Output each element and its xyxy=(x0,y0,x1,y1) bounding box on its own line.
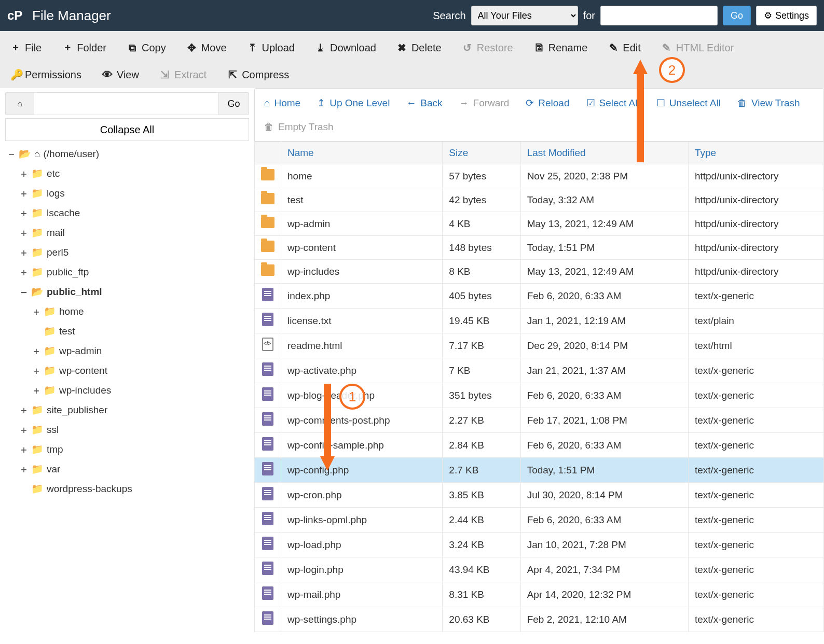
expander-icon[interactable]: + xyxy=(20,164,28,184)
file-row[interactable]: wp-links-opml.php 2.44 KB Feb 6, 2020, 6… xyxy=(255,508,824,533)
tree-item-test[interactable]: 📁test xyxy=(7,321,249,341)
tree-item-wp-includes[interactable]: +📁wp-includes xyxy=(7,381,249,400)
select-all-button[interactable]: ☑Select All xyxy=(579,92,647,114)
edit-button[interactable]: ✎Edit xyxy=(598,34,651,61)
view-trash-button[interactable]: 🗑View Trash xyxy=(730,92,807,114)
file-name: wp-includes xyxy=(281,260,443,284)
search-go-button[interactable]: Go xyxy=(723,6,751,25)
file-row[interactable]: wp-config-sample.php 2.84 KB Feb 6, 2020… xyxy=(255,433,824,458)
move-button[interactable]: ✥Move xyxy=(176,34,237,61)
expander-icon[interactable]: − xyxy=(20,282,28,302)
view-button[interactable]: 👁View xyxy=(92,62,149,88)
tree-item-ssl[interactable]: +📁ssl xyxy=(7,420,249,440)
tree-label: site_publisher xyxy=(47,400,107,420)
file-row[interactable]: wp-includes 8 KB May 13, 2021, 12:49 AM … xyxy=(255,260,824,284)
edit-icon: ✎ xyxy=(608,41,619,54)
col-type[interactable]: Type xyxy=(688,142,823,164)
file-row[interactable]: wp-cron.php 3.85 KB Jul 30, 2020, 8:14 P… xyxy=(255,483,824,508)
tree-item-tmp[interactable]: +📁tmp xyxy=(7,440,249,459)
new-file-button[interactable]: +File xyxy=(0,35,52,61)
file-row[interactable]: wp-admin 4 KB May 13, 2021, 12:49 AM htt… xyxy=(255,212,824,236)
path-input[interactable] xyxy=(34,92,219,115)
file-row[interactable]: wp-config.php 2.7 KB Today, 1:51 PM text… xyxy=(255,458,824,483)
compress-button[interactable]: ⇱Compress xyxy=(217,61,299,88)
expander-icon[interactable]: + xyxy=(20,459,28,479)
expander-icon[interactable]: + xyxy=(20,184,28,203)
file-row[interactable]: index.php 405 bytes Feb 6, 2020, 6:33 AM… xyxy=(255,284,824,309)
reload-icon: ⟳ xyxy=(526,97,534,109)
tree-item-var[interactable]: +📁var xyxy=(7,459,249,479)
reload-button[interactable]: ⟳Reload xyxy=(518,92,576,114)
unselect-all-button[interactable]: ☐Unselect All xyxy=(649,92,728,114)
expander-icon[interactable]: + xyxy=(20,262,28,282)
new-folder-button[interactable]: +Folder xyxy=(52,35,117,61)
expander-icon[interactable]: − xyxy=(7,144,16,164)
file-name: wp-mail.php xyxy=(281,582,443,607)
file-name: wp-content xyxy=(281,236,443,260)
tree-item-public-ftp[interactable]: +📁public_ftp xyxy=(7,262,249,282)
download-button[interactable]: ⤓Download xyxy=(305,34,387,61)
folder-icon: 📁 xyxy=(31,479,44,499)
expander-icon[interactable]: + xyxy=(32,341,40,361)
copy-button[interactable]: ⧉Copy xyxy=(117,35,176,61)
expander-icon[interactable]: + xyxy=(20,440,28,459)
tree-item-perl5[interactable]: +📁perl5 xyxy=(7,243,249,262)
unselect-all-icon: ☐ xyxy=(656,97,665,109)
tree-item-site-publisher[interactable]: +📁site_publisher xyxy=(7,400,249,420)
tree-item-wp-admin[interactable]: +📁wp-admin xyxy=(7,341,249,361)
file-row[interactable]: license.txt 19.45 KB Jan 1, 2021, 12:19 … xyxy=(255,309,824,333)
expander-icon[interactable]: + xyxy=(32,381,40,400)
col-icon[interactable] xyxy=(255,142,281,164)
toolbar-label: Compress xyxy=(242,69,289,81)
folder-icon: 📁 xyxy=(44,321,56,341)
expander-icon[interactable]: + xyxy=(32,302,40,321)
tree-item-public-html[interactable]: −📂public_html xyxy=(7,282,249,302)
expander-icon[interactable]: + xyxy=(20,400,28,420)
tree-item-etc[interactable]: +📁etc xyxy=(7,164,249,184)
delete-button[interactable]: ✖Delete xyxy=(387,34,452,61)
tree-item-lscache[interactable]: +📁lscache xyxy=(7,203,249,223)
file-row[interactable]: readme.html 7.17 KB Dec 29, 2020, 8:14 P… xyxy=(255,333,824,358)
file-row[interactable]: test 42 bytes Today, 3:32 AM httpd/unix-… xyxy=(255,188,824,212)
tree-item-logs[interactable]: +📁logs xyxy=(7,184,249,203)
expander-icon[interactable]: + xyxy=(32,361,40,381)
expander-icon[interactable]: + xyxy=(20,420,28,440)
tree-item-wordpress-backups[interactable]: 📁wordpress-backups xyxy=(7,479,249,499)
expander-icon[interactable]: + xyxy=(20,243,28,262)
tree-item--home-user-[interactable]: −📂⌂(/home/user) xyxy=(7,144,249,164)
expander-icon[interactable]: + xyxy=(20,203,28,223)
tree-item-wp-content[interactable]: +📁wp-content xyxy=(7,361,249,381)
up-button[interactable]: ↥Up One Level xyxy=(310,92,397,114)
collapse-all-button[interactable]: Collapse All xyxy=(5,118,249,141)
col-size[interactable]: Size xyxy=(443,142,520,164)
tree-item-home[interactable]: +📁home xyxy=(7,302,249,321)
file-row[interactable]: wp-mail.php 8.31 KB Apr 14, 2020, 12:32 … xyxy=(255,582,824,607)
file-row[interactable]: wp-content 148 bytes Today, 1:51 PM http… xyxy=(255,236,824,260)
folder-icon: 📁 xyxy=(31,243,44,262)
rename-button[interactable]: 🖺Rename xyxy=(524,35,598,61)
tree-item-mail[interactable]: +📁mail xyxy=(7,223,249,243)
col-modified[interactable]: Last Modified xyxy=(520,142,688,164)
home-button[interactable]: ⌂Home xyxy=(257,92,308,114)
permissions-button[interactable]: 🔑Permissions xyxy=(0,61,92,88)
file-row[interactable]: wp-blog-header.php 351 bytes Feb 6, 2020… xyxy=(255,383,824,408)
file-row[interactable]: wp-comments-post.php 2.27 KB Feb 17, 202… xyxy=(255,408,824,433)
search-scope-select[interactable]: All Your Files xyxy=(471,6,578,25)
col-name[interactable]: Name xyxy=(281,142,443,164)
expander-icon[interactable]: + xyxy=(20,223,28,243)
search-input[interactable] xyxy=(600,6,718,25)
nav-go-button[interactable]: Go xyxy=(219,92,249,115)
nav-home-button[interactable]: ⌂ xyxy=(5,92,34,115)
file-row[interactable]: wp-activate.php 7 KB Jan 21, 2021, 1:37 … xyxy=(255,358,824,383)
toolbar-label: Move xyxy=(201,42,227,54)
settings-button[interactable]: ⚙Settings xyxy=(756,6,817,25)
file-size: 2.27 KB xyxy=(443,408,520,433)
tree-label: etc xyxy=(47,164,60,184)
upload-button[interactable]: ⤒Upload xyxy=(237,34,305,61)
file-row[interactable]: home 57 bytes Nov 25, 2020, 2:38 PM http… xyxy=(255,164,824,188)
back-button[interactable]: ←Back xyxy=(399,92,449,114)
file-row[interactable]: wp-load.php 3.24 KB Jan 10, 2021, 7:28 P… xyxy=(255,533,824,557)
file-row[interactable]: wp-login.php 43.94 KB Apr 4, 2021, 7:34 … xyxy=(255,557,824,582)
file-row[interactable]: wp-settings.php 20.63 KB Feb 2, 2021, 12… xyxy=(255,607,824,632)
gear-icon: ⚙ xyxy=(764,10,772,21)
